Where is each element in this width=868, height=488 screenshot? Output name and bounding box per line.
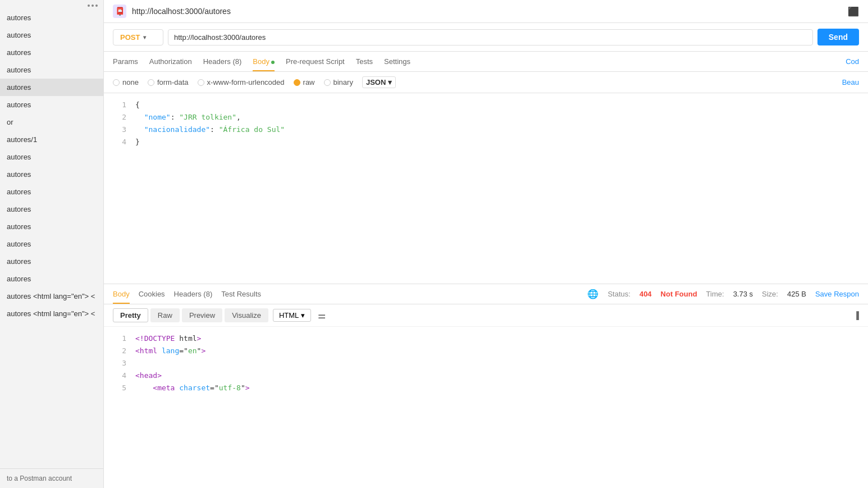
body-dot [271,61,275,64]
titlebar: 📮 http://localhost:3000/autores ⬛ [104,0,868,23]
sidebar-item-2[interactable]: autores [0,44,103,61]
sidebar-item-10[interactable]: autores [0,183,103,200]
response-tab-test-results[interactable]: Test Results [221,284,261,304]
collapse-icon[interactable]: ▐ [854,311,859,320]
code-line-4: 4 } [104,136,868,148]
method-label: POST [120,33,140,42]
status-label: Status: [607,290,630,298]
response-format-select[interactable]: HTML ▾ [273,309,311,322]
sidebar-header [0,0,103,9]
sidebar-item-9[interactable]: autores [0,166,103,183]
response-line-2: 2 <html lang="en"> [104,345,868,357]
save-icon[interactable]: ⬛ [848,6,859,17]
chevron-down-icon: ▾ [301,311,305,320]
option-binary[interactable]: binary [324,78,353,86]
response-status-bar: 🌐 Status: 404 Not Found Time: 3.73 s Siz… [587,289,859,299]
tab-headers[interactable]: Headers (8) [203,52,242,71]
method-select[interactable]: POST ▾ [113,29,163,45]
response-line-4: 4 <head> [104,370,868,382]
status-code: 404 [639,290,652,298]
response-line-3: 3 [104,357,868,370]
beautify-button[interactable]: Beau [842,78,859,86]
json-format-select[interactable]: JSON ▾ [362,76,396,88]
tab-authorization[interactable]: Authorization [149,52,192,71]
request-tabs: Params Authorization Headers (8) Body Pr… [104,52,868,72]
sidebar-item-6[interactable]: or [0,113,103,131]
chevron-down-icon: ▾ [143,34,146,40]
radio-binary [324,79,331,86]
time-value: 3.73 s [733,290,753,298]
save-response-button[interactable]: Save Respon [815,290,859,298]
sidebar-item-15[interactable]: autores [0,270,103,288]
tab-body[interactable]: Body [253,52,275,71]
option-none[interactable]: none [113,78,139,86]
send-button[interactable]: Send [817,29,859,45]
tab-settings[interactable]: Settings [384,52,410,71]
chevron-down-icon: ▾ [388,78,392,86]
option-urlencoded-label: x-www-form-urlencoded [207,78,285,86]
sidebar-items-list: autoresautoresautoresautoresautoresautor… [0,9,103,468]
option-urlencoded[interactable]: x-www-form-urlencoded [198,78,285,86]
sidebar-item-1[interactable]: autores [0,26,103,44]
size-label: Size: [762,290,778,298]
json-label: JSON [366,78,386,86]
main-panel: 📮 http://localhost:3000/autores ⬛ POST ▾… [104,0,868,488]
response-tab-cookies[interactable]: Cookies [139,284,165,304]
format-raw-button[interactable]: Raw [150,308,180,322]
response-tab-headers[interactable]: Headers (8) [174,284,213,304]
app-icon: 📮 [113,4,126,18]
globe-icon: 🌐 [587,289,599,299]
titlebar-url: http://localhost:3000/autores [132,7,842,16]
size-value: 425 B [787,290,806,298]
format-bar: Pretty Raw Preview Visualize HTML ▾ ⚌ ▐ [104,304,868,327]
html-label: HTML [279,311,299,320]
radio-urlencoded [198,79,204,86]
response-tab-body[interactable]: Body [113,284,130,304]
radio-raw [294,79,300,86]
option-none-label: none [122,78,139,86]
tab-params[interactable]: Params [113,52,138,71]
sidebar-item-16[interactable]: autores <html lang="en"> < [0,288,103,305]
filter-icon[interactable]: ⚌ [313,308,330,323]
response-section: Body Cookies Headers (8) Test Results 🌐 … [104,284,868,488]
option-raw[interactable]: raw [294,78,315,86]
sidebar-item-17[interactable]: autores <html lang="en"> < [0,305,103,322]
code-line-1: 1 { [104,99,868,111]
dot2 [92,4,94,7]
request-bar: POST ▾ Send [104,23,868,52]
sidebar-footer: to a Postman account [0,468,103,488]
status-text: Not Found [661,290,697,298]
option-form-data-label: form-data [157,78,189,86]
sidebar-item-5[interactable]: autores [0,96,103,113]
sidebar-item-4[interactable]: autores [0,79,103,96]
sidebar-item-14[interactable]: autores [0,253,103,270]
sidebar-item-11[interactable]: autores [0,200,103,218]
option-binary-label: binary [334,78,353,86]
radio-form-data [148,79,154,86]
response-line-1: 1 <!DOCTYPE html> [104,332,868,345]
response-editor: 1 <!DOCTYPE html> 2 <html lang="en"> 3 4… [104,327,868,488]
dot3 [95,4,98,7]
format-visualize-button[interactable]: Visualize [225,308,268,322]
option-form-data[interactable]: form-data [148,78,189,86]
code-link[interactable]: Cod [846,57,859,66]
request-editor[interactable]: 1 { 2 "nome": "JRR tolkien", 3 "nacional… [104,93,868,284]
response-line-5: 5 <meta charset="utf-8"> [104,382,868,394]
radio-none [113,79,120,86]
sidebar-item-13[interactable]: autores [0,235,103,253]
sidebar-item-12[interactable]: autores [0,218,103,235]
sidebar-item-7[interactable]: autores/1 [0,131,103,148]
sidebar-item-3[interactable]: autores [0,61,103,79]
sidebar: autoresautoresautoresautoresautoresautor… [0,0,104,488]
response-tabs: Body Cookies Headers (8) Test Results 🌐 … [104,284,868,304]
tab-prerequest[interactable]: Pre-request Script [286,52,345,71]
format-preview-button[interactable]: Preview [182,308,222,322]
time-label: Time: [706,290,724,298]
format-pretty-button[interactable]: Pretty [113,308,148,322]
sidebar-item-0[interactable]: autores [0,9,103,26]
code-line-3: 3 "nacionalidade": "África do Sul" [104,124,868,136]
url-input[interactable] [168,29,813,45]
tab-tests[interactable]: Tests [356,52,373,71]
option-raw-label: raw [303,78,315,86]
sidebar-item-8[interactable]: autores [0,148,103,166]
